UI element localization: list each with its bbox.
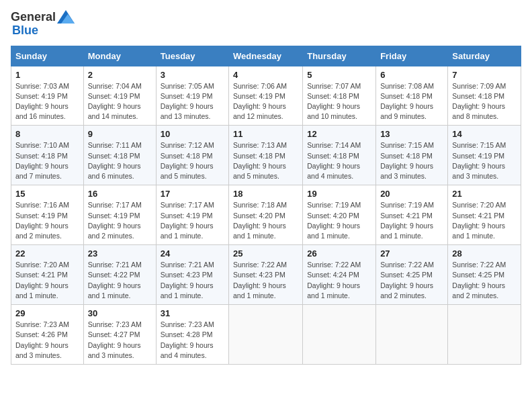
day-number: 8 <box>15 129 79 139</box>
weekday-header-tuesday: Tuesday <box>156 46 228 66</box>
day-number: 12 <box>307 129 371 139</box>
day-info: Sunrise: 7:19 AM Sunset: 4:20 PM Dayligh… <box>307 201 361 240</box>
calendar-cell: 1 Sunrise: 7:03 AM Sunset: 4:19 PM Dayli… <box>11 66 84 126</box>
day-number: 29 <box>15 308 79 318</box>
calendar-cell <box>376 305 448 365</box>
day-info: Sunrise: 7:15 AM Sunset: 4:18 PM Dayligh… <box>380 141 434 180</box>
calendar-cell: 16 Sunrise: 7:17 AM Sunset: 4:19 PM Dayl… <box>83 185 156 245</box>
logo: General Blue <box>11 11 75 38</box>
day-info: Sunrise: 7:19 AM Sunset: 4:21 PM Dayligh… <box>380 201 434 240</box>
day-info: Sunrise: 7:12 AM Sunset: 4:18 PM Dayligh… <box>161 141 214 180</box>
logo-blue-text: Blue <box>12 24 75 38</box>
calendar-cell: 27 Sunrise: 7:22 AM Sunset: 4:25 PM Dayl… <box>376 245 448 305</box>
day-number: 26 <box>307 248 371 259</box>
day-number: 20 <box>380 189 443 199</box>
calendar-cell: 30 Sunrise: 7:23 AM Sunset: 4:27 PM Dayl… <box>83 305 156 365</box>
header: General Blue <box>11 11 521 38</box>
day-info: Sunrise: 7:06 AM Sunset: 4:19 PM Dayligh… <box>233 82 287 121</box>
day-info: Sunrise: 7:03 AM Sunset: 4:19 PM Dayligh… <box>15 82 69 121</box>
calendar-cell: 5 Sunrise: 7:07 AM Sunset: 4:18 PM Dayli… <box>303 66 376 126</box>
calendar-cell: 28 Sunrise: 7:22 AM Sunset: 4:25 PM Dayl… <box>448 245 521 305</box>
weekday-header-monday: Monday <box>83 46 156 66</box>
day-number: 24 <box>161 248 224 259</box>
calendar-header-row: SundayMondayTuesdayWednesdayThursdayFrid… <box>11 46 521 66</box>
day-info: Sunrise: 7:14 AM Sunset: 4:18 PM Dayligh… <box>307 141 361 180</box>
day-info: Sunrise: 7:21 AM Sunset: 4:23 PM Dayligh… <box>161 261 214 300</box>
day-number: 10 <box>161 129 224 139</box>
day-number: 18 <box>233 189 298 199</box>
day-number: 13 <box>380 129 443 139</box>
day-number: 5 <box>307 70 371 80</box>
calendar-cell: 31 Sunrise: 7:23 AM Sunset: 4:28 PM Dayl… <box>156 305 228 365</box>
day-number: 25 <box>233 248 298 259</box>
day-number: 17 <box>161 189 224 199</box>
day-number: 22 <box>15 248 79 259</box>
calendar-cell: 22 Sunrise: 7:20 AM Sunset: 4:21 PM Dayl… <box>11 245 84 305</box>
day-info: Sunrise: 7:22 AM Sunset: 4:23 PM Dayligh… <box>233 261 287 300</box>
calendar-cell: 13 Sunrise: 7:15 AM Sunset: 4:18 PM Dayl… <box>376 126 448 185</box>
calendar-week-4: 22 Sunrise: 7:20 AM Sunset: 4:21 PM Dayl… <box>11 245 521 305</box>
day-info: Sunrise: 7:21 AM Sunset: 4:22 PM Dayligh… <box>88 261 142 300</box>
day-number: 7 <box>452 70 517 80</box>
day-number: 6 <box>380 70 443 80</box>
day-info: Sunrise: 7:10 AM Sunset: 4:18 PM Dayligh… <box>15 141 69 180</box>
day-info: Sunrise: 7:18 AM Sunset: 4:20 PM Dayligh… <box>233 201 287 240</box>
day-info: Sunrise: 7:23 AM Sunset: 4:27 PM Dayligh… <box>88 320 142 359</box>
calendar-cell: 10 Sunrise: 7:12 AM Sunset: 4:18 PM Dayl… <box>156 126 228 185</box>
day-info: Sunrise: 7:23 AM Sunset: 4:26 PM Dayligh… <box>15 320 69 359</box>
day-info: Sunrise: 7:22 AM Sunset: 4:25 PM Dayligh… <box>452 261 506 300</box>
weekday-header-thursday: Thursday <box>303 46 376 66</box>
logo-icon <box>57 10 75 24</box>
day-number: 3 <box>161 70 224 80</box>
day-number: 14 <box>452 129 517 139</box>
calendar-week-3: 15 Sunrise: 7:16 AM Sunset: 4:19 PM Dayl… <box>11 185 521 245</box>
day-number: 4 <box>233 70 298 80</box>
calendar-cell: 20 Sunrise: 7:19 AM Sunset: 4:21 PM Dayl… <box>376 185 448 245</box>
day-number: 16 <box>88 189 152 199</box>
calendar-table: SundayMondayTuesdayWednesdayThursdayFrid… <box>11 46 521 365</box>
calendar-body: 1 Sunrise: 7:03 AM Sunset: 4:19 PM Dayli… <box>11 66 521 364</box>
calendar-week-1: 1 Sunrise: 7:03 AM Sunset: 4:19 PM Dayli… <box>11 66 521 126</box>
day-number: 27 <box>380 248 443 259</box>
day-number: 31 <box>161 308 224 318</box>
calendar-cell: 3 Sunrise: 7:05 AM Sunset: 4:19 PM Dayli… <box>156 66 228 126</box>
calendar-cell: 25 Sunrise: 7:22 AM Sunset: 4:23 PM Dayl… <box>229 245 303 305</box>
day-number: 9 <box>88 129 152 139</box>
day-number: 28 <box>452 248 517 259</box>
day-number: 21 <box>452 189 517 199</box>
weekday-header-saturday: Saturday <box>448 46 521 66</box>
calendar-cell: 4 Sunrise: 7:06 AM Sunset: 4:19 PM Dayli… <box>229 66 303 126</box>
logo-general-text: General <box>11 11 56 24</box>
day-info: Sunrise: 7:13 AM Sunset: 4:18 PM Dayligh… <box>233 141 287 180</box>
day-number: 1 <box>15 70 79 80</box>
calendar-cell: 14 Sunrise: 7:15 AM Sunset: 4:19 PM Dayl… <box>448 126 521 185</box>
calendar-cell: 2 Sunrise: 7:04 AM Sunset: 4:19 PM Dayli… <box>83 66 156 126</box>
calendar-cell: 18 Sunrise: 7:18 AM Sunset: 4:20 PM Dayl… <box>229 185 303 245</box>
day-info: Sunrise: 7:05 AM Sunset: 4:19 PM Dayligh… <box>161 82 214 121</box>
calendar-cell: 21 Sunrise: 7:20 AM Sunset: 4:21 PM Dayl… <box>448 185 521 245</box>
day-info: Sunrise: 7:04 AM Sunset: 4:19 PM Dayligh… <box>88 82 142 121</box>
day-info: Sunrise: 7:17 AM Sunset: 4:19 PM Dayligh… <box>161 201 214 240</box>
day-number: 11 <box>233 129 298 139</box>
day-info: Sunrise: 7:17 AM Sunset: 4:19 PM Dayligh… <box>88 201 142 240</box>
day-info: Sunrise: 7:09 AM Sunset: 4:18 PM Dayligh… <box>452 82 506 121</box>
calendar-cell: 24 Sunrise: 7:21 AM Sunset: 4:23 PM Dayl… <box>156 245 228 305</box>
day-number: 30 <box>88 308 152 318</box>
calendar-cell <box>448 305 521 365</box>
calendar-week-5: 29 Sunrise: 7:23 AM Sunset: 4:26 PM Dayl… <box>11 305 521 365</box>
calendar-cell: 17 Sunrise: 7:17 AM Sunset: 4:19 PM Dayl… <box>156 185 228 245</box>
weekday-header-friday: Friday <box>376 46 448 66</box>
day-info: Sunrise: 7:22 AM Sunset: 4:25 PM Dayligh… <box>380 261 434 300</box>
day-info: Sunrise: 7:16 AM Sunset: 4:19 PM Dayligh… <box>15 201 69 240</box>
calendar-cell: 26 Sunrise: 7:22 AM Sunset: 4:24 PM Dayl… <box>303 245 376 305</box>
weekday-header-sunday: Sunday <box>11 46 84 66</box>
calendar-cell: 9 Sunrise: 7:11 AM Sunset: 4:18 PM Dayli… <box>83 126 156 185</box>
day-info: Sunrise: 7:15 AM Sunset: 4:19 PM Dayligh… <box>452 141 506 180</box>
day-info: Sunrise: 7:22 AM Sunset: 4:24 PM Dayligh… <box>307 261 361 300</box>
day-number: 23 <box>88 248 152 259</box>
day-info: Sunrise: 7:20 AM Sunset: 4:21 PM Dayligh… <box>452 201 506 240</box>
calendar-cell: 15 Sunrise: 7:16 AM Sunset: 4:19 PM Dayl… <box>11 185 84 245</box>
day-info: Sunrise: 7:07 AM Sunset: 4:18 PM Dayligh… <box>307 82 361 121</box>
calendar-cell: 23 Sunrise: 7:21 AM Sunset: 4:22 PM Dayl… <box>83 245 156 305</box>
calendar-cell: 19 Sunrise: 7:19 AM Sunset: 4:20 PM Dayl… <box>303 185 376 245</box>
